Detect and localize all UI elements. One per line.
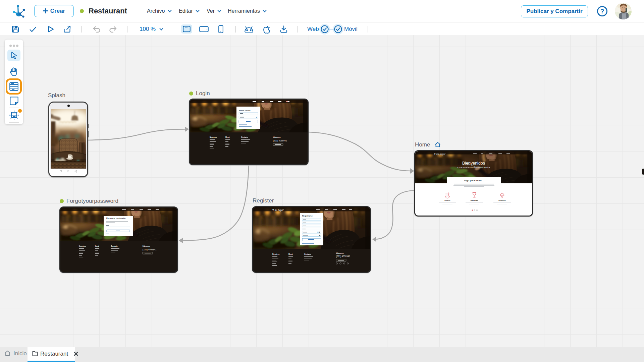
svg-text:Platos: Platos [444, 199, 450, 201]
svg-text:Llámenos: Llámenos [336, 252, 344, 254]
svg-text:♥ mi lugar: ♥ mi lugar [272, 208, 284, 212]
svg-text:Bebidas: Bebidas [471, 199, 478, 201]
svg-text:Contacto: Contacto [304, 253, 311, 255]
svg-text:Menú: Menú [288, 253, 293, 255]
svg-text:Registrarse: Registrarse [302, 215, 313, 217]
svg-text:a una experiencia gastronómica: a una experiencia gastronómica única [457, 166, 490, 168]
svg-text:Algo para todos...: Algo para todos... [464, 179, 484, 182]
svg-text:Contacto: Contacto [241, 136, 248, 138]
svg-text:Nosotros: Nosotros [210, 136, 217, 138]
svg-text:Postres: Postres [498, 199, 505, 201]
svg-text:Contacto: Contacto [111, 245, 118, 247]
svg-text:Nosotros: Nosotros [79, 245, 86, 247]
svg-text:Menú: Menú [225, 136, 230, 138]
svg-text:Llámenos: Llámenos [143, 245, 150, 247]
svg-text:(221) 4099941: (221) 4099941 [273, 139, 287, 142]
svg-text:Bienvenidos: Bienvenidos [462, 161, 485, 166]
svg-text:(221) 4099941: (221) 4099941 [143, 248, 157, 251]
svg-text:Recuperar contraseña: Recuperar contraseña [106, 217, 126, 219]
svg-text:(221) 4096941: (221) 4096941 [336, 255, 350, 258]
svg-text:Llámenos: Llámenos [273, 136, 281, 138]
svg-text:Menú: Menú [95, 245, 99, 247]
svg-text:Nosotros: Nosotros [272, 253, 279, 255]
svg-text:Iniciar sesión: Iniciar sesión [239, 110, 250, 112]
